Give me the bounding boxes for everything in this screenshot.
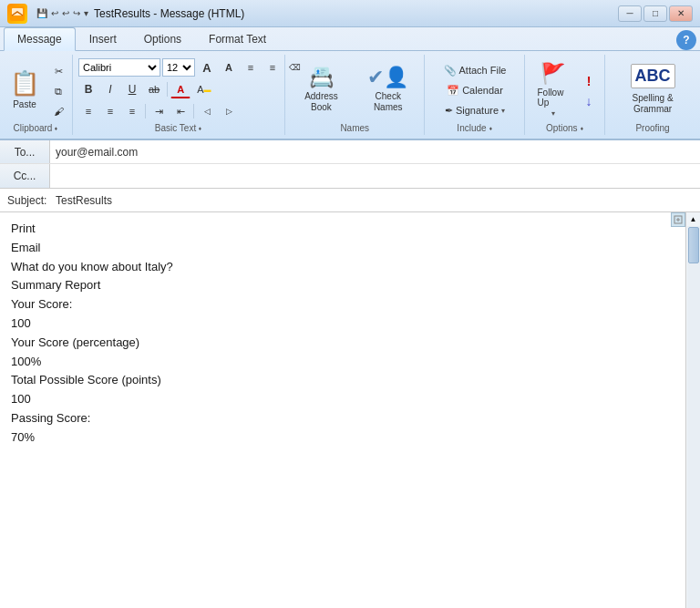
underline-btn[interactable]: U bbox=[122, 80, 142, 98]
close-btn[interactable]: ✕ bbox=[669, 5, 693, 22]
signature-icon: ✒ bbox=[445, 105, 453, 117]
undo-quick-btn[interactable]: ↩ bbox=[51, 8, 58, 18]
minimize-btn[interactable]: ─ bbox=[618, 5, 642, 22]
signature-dropdown-arrow: ▾ bbox=[501, 107, 505, 115]
maximize-btn[interactable]: □ bbox=[643, 5, 667, 22]
scissors-icon: ✂ bbox=[55, 66, 63, 77]
basic-text-expand-icon[interactable]: ⬧ bbox=[198, 124, 202, 132]
copy-icon: ⧉ bbox=[55, 86, 62, 98]
strikethrough-btn[interactable]: ab bbox=[144, 80, 164, 98]
copy-button[interactable]: ⧉ bbox=[48, 82, 68, 100]
spelling-icon: ABC bbox=[631, 64, 675, 88]
shrink-font-btn[interactable]: A bbox=[219, 58, 239, 77]
clipboard-expand-icon[interactable]: ⬧ bbox=[54, 124, 58, 132]
options-expand-icon[interactable]: ⬧ bbox=[580, 124, 584, 132]
format-painter-button[interactable]: 🖌 bbox=[48, 102, 68, 120]
more-quick-btn[interactable]: ▾ bbox=[84, 8, 88, 18]
font-size-select[interactable]: 12 bbox=[162, 58, 195, 77]
attach-file-button[interactable]: 📎 Attach File bbox=[439, 61, 511, 79]
ribbon-group-names: 📇 Address Book ✔👤 Check Names Names bbox=[285, 55, 426, 135]
body-line: What do you know about Italy? bbox=[11, 258, 682, 277]
body-content-area[interactable]: PrintEmailWhat do you know about Italy?S… bbox=[0, 212, 700, 608]
font-color-btn[interactable]: A bbox=[170, 80, 190, 98]
include-expand-icon[interactable]: ⬧ bbox=[489, 124, 493, 132]
calendar-icon: 📅 bbox=[447, 85, 459, 97]
signature-button[interactable]: ✒ Signature ▾ bbox=[439, 101, 511, 119]
save-quick-btn[interactable]: 💾 bbox=[36, 8, 47, 18]
ribbon-tab-bar: Message Insert Options Format Text ? bbox=[0, 27, 700, 51]
num-list-btn[interactable]: ≡ bbox=[262, 58, 283, 77]
body-line: Passing Score: bbox=[11, 409, 682, 428]
grow-font-btn[interactable]: A bbox=[197, 58, 217, 77]
to-input[interactable] bbox=[50, 140, 700, 163]
quick-access-toolbar: 💾 ↩ ↩ ↪ ▾ bbox=[36, 8, 88, 18]
email-body: PrintEmailWhat do you know about Italy?S… bbox=[0, 212, 700, 608]
follow-up-label: Follow Up bbox=[537, 88, 569, 108]
cut-button[interactable]: ✂ bbox=[48, 62, 68, 80]
check-names-button[interactable]: ✔👤 Check Names bbox=[357, 63, 419, 116]
align-center-btn[interactable]: ≡ bbox=[100, 102, 120, 120]
attach-icon: 📎 bbox=[444, 65, 457, 77]
tab-format-text[interactable]: Format Text bbox=[195, 27, 280, 50]
text-separator bbox=[167, 82, 168, 97]
options-buttons: 🚩 Follow Up ▾ ! ↓ bbox=[530, 55, 599, 120]
proofing-label: Proofing bbox=[611, 120, 695, 135]
spelling-grammar-button[interactable]: ABC Spelling & Grammar bbox=[611, 63, 695, 116]
follow-up-button[interactable]: 🚩 Follow Up ▾ bbox=[530, 63, 575, 116]
include-label: Include ⬧ bbox=[430, 120, 519, 135]
undo2-quick-btn[interactable]: ↩ bbox=[62, 8, 69, 18]
basic-text-controls: Calibri 12 A A ≡ ≡ ⌫ B I U ab bbox=[78, 55, 279, 120]
title-bar-left: 💾 ↩ ↩ ↪ ▾ TestResults - Message (HTML) bbox=[7, 4, 244, 24]
body-line: 100 bbox=[11, 314, 682, 334]
font-family-select[interactable]: Calibri bbox=[78, 58, 160, 77]
cc-input[interactable] bbox=[50, 164, 700, 188]
tab-options[interactable]: Options bbox=[130, 27, 195, 50]
title-bar: 💾 ↩ ↩ ↪ ▾ TestResults - Message (HTML) ─… bbox=[0, 0, 700, 27]
options-label: Options ⬧ bbox=[530, 120, 599, 135]
redo-quick-btn[interactable]: ↪ bbox=[73, 8, 80, 18]
tab-insert[interactable]: Insert bbox=[76, 27, 130, 50]
scroll-thumb[interactable] bbox=[688, 227, 699, 263]
address-book-label: Address Book bbox=[297, 91, 345, 113]
decrease-indent-btn[interactable]: ⇤ bbox=[170, 102, 190, 120]
body-scrollbar: ▲ ▼ bbox=[685, 212, 700, 608]
check-names-icon: ✔👤 bbox=[367, 66, 408, 89]
bullet-list-btn[interactable]: ≡ bbox=[241, 58, 261, 77]
ribbon-content: 📋 Paste ✂ ⧉ 🖌 Clipboard bbox=[0, 51, 700, 139]
bold-btn[interactable]: B bbox=[78, 80, 98, 98]
include-buttons: 📎 Attach File 📅 Calendar ✒ Signature ▾ bbox=[439, 55, 511, 120]
subject-input[interactable] bbox=[50, 194, 700, 207]
font-style-row: B I U ab A A▬ bbox=[78, 80, 216, 98]
scroll-up-btn[interactable]: ▲ bbox=[687, 212, 700, 226]
rtl-btn[interactable]: ◁ bbox=[197, 102, 217, 120]
format-painter-icon: 🖌 bbox=[54, 106, 64, 117]
help-btn[interactable]: ? bbox=[676, 30, 696, 50]
follow-up-dropdown-arrow: ▾ bbox=[551, 109, 555, 118]
paste-icon: 📋 bbox=[10, 69, 39, 98]
low-importance-btn[interactable]: ↓ bbox=[579, 92, 599, 110]
address-book-icon: 📇 bbox=[309, 66, 334, 89]
ltr-btn[interactable]: ▷ bbox=[219, 102, 239, 120]
tab-message[interactable]: Message bbox=[4, 27, 76, 51]
paste-button[interactable]: 📋 Paste bbox=[4, 66, 46, 113]
subject-label: Subject: bbox=[0, 194, 50, 207]
ribbon-group-basic-text: Calibri 12 A A ≡ ≡ ⌫ B I U ab bbox=[73, 55, 285, 135]
ribbon-group-options: 🚩 Follow Up ▾ ! ↓ Options ⬧ bbox=[525, 55, 605, 135]
body-line: 100% bbox=[11, 353, 682, 372]
high-importance-btn[interactable]: ! bbox=[579, 72, 599, 90]
highlight-btn[interactable]: A▬ bbox=[192, 80, 215, 98]
italic-btn[interactable]: I bbox=[100, 80, 120, 98]
address-book-button[interactable]: 📇 Address Book bbox=[291, 63, 352, 116]
calendar-button[interactable]: 📅 Calendar bbox=[439, 81, 511, 99]
font-top-row: Calibri 12 A A ≡ ≡ ⌫ bbox=[78, 58, 305, 77]
cc-button[interactable]: Cc... bbox=[0, 164, 50, 188]
basic-text-label: Basic Text ⬧ bbox=[78, 120, 279, 135]
body-line: Your Score (percentage) bbox=[11, 334, 682, 353]
ribbon-group-clipboard: 📋 Paste ✂ ⧉ 🖌 Clipboard bbox=[0, 55, 73, 135]
main-area: To... Cc... Subject: PrintEmailWhat do y… bbox=[0, 140, 700, 608]
align-left-btn[interactable]: ≡ bbox=[78, 102, 98, 120]
names-label: Names bbox=[291, 120, 419, 135]
increase-indent-btn[interactable]: ⇥ bbox=[149, 102, 169, 120]
align-right-btn[interactable]: ≡ bbox=[122, 102, 142, 120]
to-button[interactable]: To... bbox=[0, 140, 50, 163]
